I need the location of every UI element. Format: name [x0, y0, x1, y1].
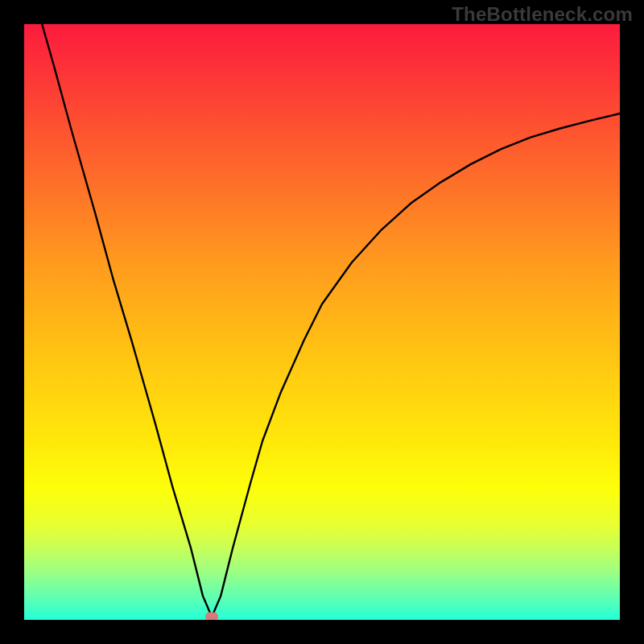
bottleneck-curve [24, 24, 620, 620]
plot-area [24, 24, 620, 620]
watermark-text: TheBottleneck.com [452, 3, 633, 26]
minimum-marker [205, 613, 218, 620]
chart-root: TheBottleneck.com [0, 0, 644, 644]
